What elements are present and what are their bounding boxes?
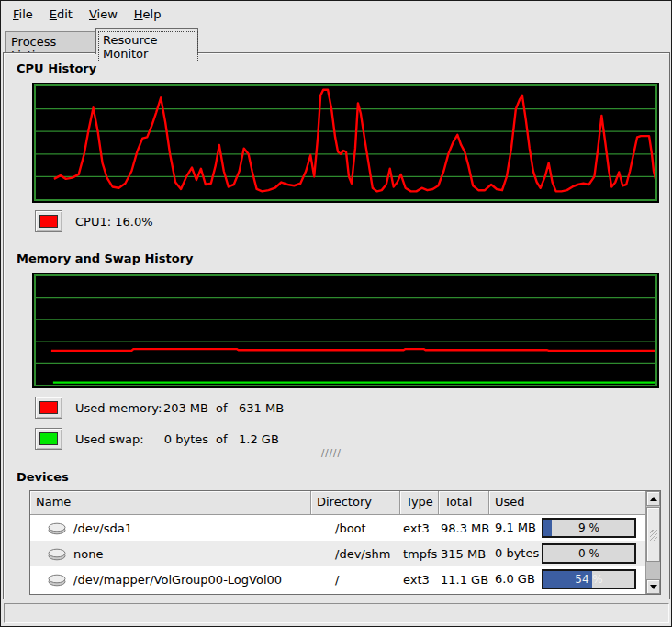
vertical-scrollbar[interactable] — [645, 491, 660, 594]
tab-resource-monitor[interactable]: Resource Monitor — [95, 28, 198, 54]
usage-progress-bar: 9 % — [542, 518, 636, 538]
cpu-legend: CPU1: 16.0% — [35, 210, 153, 232]
device-type-cell: ext3 — [400, 573, 439, 587]
memory-legend: Used memory: 203 MB of 631 MB — [35, 397, 284, 419]
drive-icon — [47, 546, 67, 561]
table-row[interactable]: /dev/mapper/VolGroup00-LogVol00/ext311.1… — [30, 566, 645, 592]
scroll-down-button[interactable] — [646, 579, 660, 594]
arrow-up-icon — [650, 493, 657, 501]
device-used-cell: 0 bytes0 % — [489, 541, 645, 566]
menu-edit[interactable]: Edit — [41, 4, 81, 25]
cpu-color-button[interactable] — [35, 210, 62, 232]
memory-history-title: Memory and Swap History — [17, 252, 194, 265]
system-monitor-window: File Edit View Help Process Listing Reso… — [0, 0, 672, 627]
column-header-used[interactable]: Used — [489, 491, 645, 515]
drive-icon — [47, 572, 67, 587]
device-name: none — [73, 547, 103, 561]
tab-process-listing[interactable]: Process Listing — [5, 31, 95, 52]
menu-file[interactable]: File — [5, 4, 41, 25]
column-header-total[interactable]: Total — [439, 491, 489, 515]
arrow-down-icon — [650, 585, 657, 593]
device-name-cell: none — [30, 546, 311, 561]
swap-legend: Used swap: 0 bytes of 1.2 GB — [35, 428, 279, 450]
devices-title: Devices — [17, 470, 69, 484]
device-name: /dev/sda1 — [73, 521, 132, 535]
devices-table-body: /dev/sda1/bootext398.3 MB9.1 MB9 %none/d… — [30, 515, 645, 592]
table-row[interactable]: none/dev/shmtmpfs315 MB0 bytes0 % — [30, 541, 645, 566]
memory-swap-plot — [34, 274, 657, 386]
pane-resize-grip[interactable]: ///// — [321, 448, 342, 458]
column-header-directory[interactable]: Directory — [311, 491, 400, 515]
device-used-cell: 9.1 MB9 % — [489, 515, 645, 541]
cpu-color-swatch — [39, 215, 58, 228]
cpu-history-plot — [34, 84, 657, 201]
devices-table-main: Name Directory Type Total Used /dev/sda1… — [30, 491, 645, 594]
device-used-cell: 6.0 GB54 % — [489, 566, 645, 592]
device-name-cell: /dev/mapper/VolGroup00-LogVol00 — [30, 572, 311, 587]
resource-monitor-panel: CPU History CPU1: 16.0% Memory and Swap … — [3, 52, 670, 599]
memory-of-text: of — [216, 401, 229, 415]
tab-label: Resource Monitor — [99, 32, 197, 62]
swap-used-value: 0 bytes — [162, 432, 208, 446]
usage-percent-label: 54 % — [543, 571, 634, 588]
device-directory-cell: / — [311, 573, 400, 587]
devices-table-header: Name Directory Type Total Used — [30, 491, 645, 515]
device-directory-cell: /dev/shm — [311, 547, 400, 561]
menu-view[interactable]: View — [81, 4, 126, 25]
drive-icon — [47, 521, 67, 535]
swap-color-button[interactable] — [35, 428, 62, 450]
status-bar — [4, 603, 669, 623]
scrollbar-track[interactable] — [646, 506, 660, 579]
swap-legend-label: Used swap: — [75, 432, 162, 446]
memory-color-swatch — [39, 401, 58, 414]
device-total-cell: 98.3 MB — [439, 521, 489, 535]
memory-used-value: 203 MB — [162, 401, 208, 415]
usage-progress-bar: 0 % — [542, 543, 636, 564]
swap-color-swatch — [39, 432, 58, 445]
device-name-cell: /dev/sda1 — [30, 521, 311, 535]
memory-swap-graph — [32, 273, 659, 388]
menu-bar: File Edit View Help — [3, 2, 669, 27]
table-row[interactable]: /dev/sda1/bootext398.3 MB9.1 MB9 % — [30, 515, 645, 541]
scrollbar-thumb[interactable] — [646, 507, 660, 562]
usage-percent-label: 9 % — [543, 520, 634, 536]
cpu-history-title: CPU History — [17, 62, 96, 75]
memory-legend-label: Used memory: — [75, 401, 162, 415]
menu-help[interactable]: Help — [126, 4, 170, 25]
memory-color-button[interactable] — [35, 397, 62, 419]
memory-total-value: 631 MB — [239, 401, 284, 415]
column-header-type[interactable]: Type — [400, 491, 439, 515]
device-total-cell: 315 MB — [439, 547, 489, 561]
cpu-history-graph — [32, 83, 659, 203]
device-name: /dev/mapper/VolGroup00-LogVol00 — [73, 573, 282, 587]
swap-total-value: 1.2 GB — [239, 432, 279, 446]
usage-progress-bar: 54 % — [542, 569, 636, 589]
device-total-cell: 11.1 GB — [439, 573, 489, 587]
usage-percent-label: 0 % — [543, 545, 634, 562]
cpu-legend-label: CPU1: 16.0% — [75, 215, 153, 229]
scroll-up-button[interactable] — [646, 491, 660, 506]
device-type-cell: tmpfs — [400, 547, 439, 561]
devices-table: Name Directory Type Total Used /dev/sda1… — [29, 490, 661, 595]
device-directory-cell: /boot — [311, 521, 400, 535]
column-header-name[interactable]: Name — [30, 491, 311, 515]
swap-of-text: of — [216, 432, 229, 446]
device-type-cell: ext3 — [400, 521, 439, 535]
tab-bar: Process Listing Resource Monitor — [3, 28, 669, 53]
